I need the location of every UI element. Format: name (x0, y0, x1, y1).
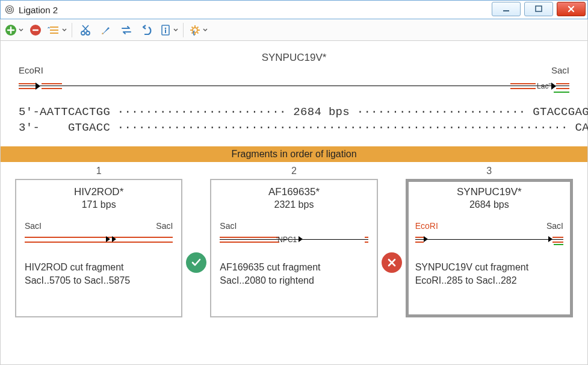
svg-point-9 (86, 31, 90, 35)
fragment-number: 3 (486, 166, 492, 176)
document-info-button[interactable] (159, 22, 178, 39)
fragment-diagram-label: 'NPC1 (276, 236, 297, 244)
settings-button[interactable] (188, 22, 208, 39)
vector-panel: SYNPUC19V* EcoRI SacI Lac'' 5'-AATTCACTG… (1, 52, 587, 136)
minimize-button[interactable] (492, 2, 521, 16)
svg-rect-3 (503, 10, 509, 11)
compat-ok-icon (186, 252, 206, 273)
fragment-desc-line1: SYNPUC19V cut fragment (415, 261, 563, 274)
vector-right-enzyme: SacI (551, 65, 569, 75)
vector-diagram: Lac'' (19, 78, 569, 96)
fragment-box[interactable]: AF169635* 2321 bps SacI 'NPC1 AF169635 c… (210, 179, 377, 317)
svg-point-8 (81, 31, 85, 35)
remove-button[interactable] (27, 22, 44, 39)
toolbar (0, 19, 588, 41)
fragment-column: 3 SYNPUC19V* 2684 bps EcoRI SacI SYN (406, 166, 573, 317)
svg-rect-7 (32, 29, 39, 30)
window-controls (490, 1, 587, 19)
fragment-name: AF169635* (220, 186, 368, 198)
fragment-number: 1 (96, 166, 102, 176)
svg-rect-4 (536, 6, 542, 11)
content-area: SYNPUC19V* EcoRI SacI Lac'' 5'-AATTCACTG… (0, 41, 588, 365)
toolbar-separator (72, 23, 72, 37)
fragment-diagram (415, 233, 563, 246)
vector-name: SYNPUC19V* (19, 52, 569, 64)
fragment-desc-line2: EcoRI..285 to SacI..282 (415, 274, 563, 287)
fragment-length: 171 bps (25, 199, 173, 210)
dropdown-caret-icon (203, 28, 208, 33)
svg-point-2 (9, 9, 11, 11)
svg-point-11 (165, 27, 167, 29)
sequence-bottom: 3'- GTGACC ·····························… (19, 121, 588, 134)
fragment-left-enzyme: SacI (220, 221, 237, 231)
vector-right-annotation: Lac'' (537, 82, 551, 90)
compat-bad-icon (382, 252, 402, 273)
sequence-top: 5'-AATTCACTGG ························ 2… (19, 105, 588, 119)
titlebar: Ligation 2 (0, 0, 588, 19)
add-button[interactable] (4, 22, 23, 39)
sequence-display: 5'-AATTCACTGG ························ 2… (19, 105, 569, 136)
toolbar-separator (183, 23, 184, 37)
swap-button[interactable] (118, 22, 135, 39)
maximize-button[interactable] (524, 2, 553, 16)
fragment-right-enzyme: SacI (546, 221, 563, 231)
fragment-desc-line1: AF169635 cut fragment (220, 261, 368, 274)
reorder-button[interactable] (48, 22, 67, 39)
svg-rect-12 (165, 30, 166, 33)
fragment-length: 2321 bps (220, 199, 368, 210)
fragment-diagram: 'NPC1 (220, 233, 368, 246)
fragment-box[interactable]: SYNPUC19V* 2684 bps EcoRI SacI SYNPUC19V… (406, 179, 573, 317)
app-icon (4, 4, 15, 15)
fragment-name: HIV2ROD* (25, 186, 173, 198)
fragment-name: SYNPUC19V* (415, 186, 563, 198)
dropdown-caret-icon (62, 28, 67, 33)
fragment-column: 2 AF169635* 2321 bps SacI 'NPC1 AF169635… (210, 166, 377, 317)
fragment-diagram (25, 233, 173, 246)
fragment-left-enzyme: EcoRI (415, 221, 438, 231)
fragments-row: 1 HIV2ROD* 171 bps SacI SacI HIV2ROD cut… (1, 162, 587, 317)
undo-button[interactable] (138, 22, 155, 39)
highlight-button[interactable] (97, 22, 114, 39)
fragment-number: 2 (291, 166, 297, 176)
close-button[interactable] (557, 2, 586, 16)
fragment-right-enzyme: SacI (156, 221, 173, 231)
fragment-left-enzyme: SacI (25, 221, 42, 231)
fragment-column: 1 HIV2ROD* 171 bps SacI SacI HIV2ROD cut… (15, 166, 182, 317)
dropdown-caret-icon (19, 28, 23, 33)
dropdown-caret-icon (173, 28, 178, 33)
vector-left-enzyme: EcoRI (19, 65, 43, 75)
window-title: Ligation 2 (19, 5, 490, 15)
fragment-desc-line2: SacI..2080 to rightend (220, 274, 368, 287)
fragments-section-header: Fragments in order of ligation (1, 146, 587, 162)
cut-button[interactable] (77, 22, 94, 39)
fragment-desc-line2: SacI..5705 to SacI..5875 (25, 274, 173, 287)
fragment-desc-line1: HIV2ROD cut fragment (25, 261, 173, 274)
fragment-length: 2684 bps (415, 199, 563, 210)
fragment-box[interactable]: HIV2ROD* 171 bps SacI SacI HIV2ROD cut f… (15, 179, 182, 317)
